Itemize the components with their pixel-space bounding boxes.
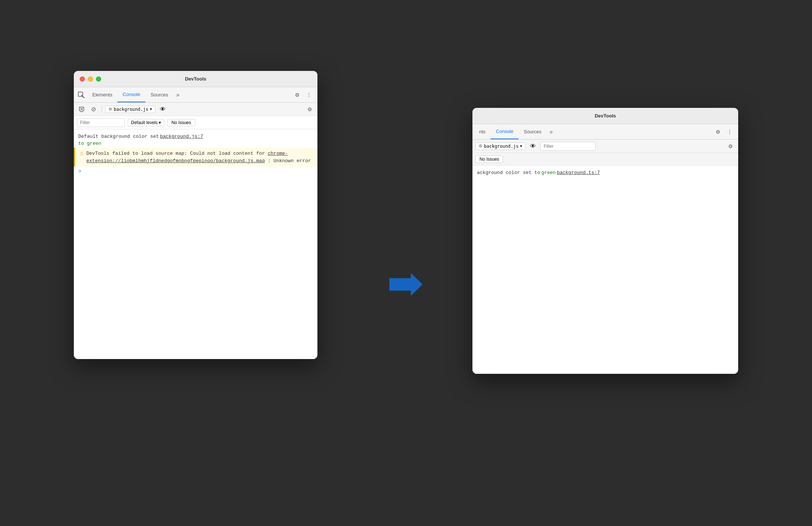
svg-marker-6	[389, 273, 423, 296]
right-filter-input[interactable]	[540, 142, 596, 151]
left-filter-bar: Default levels ▾ No Issues	[74, 116, 317, 129]
right-console-info-line: ackground color set to green background.…	[472, 168, 738, 177]
right-window-title: DevTools	[478, 113, 732, 119]
right-title-bar: DevTools	[472, 108, 738, 124]
right-background-ts-link[interactable]: background.ts:7	[557, 170, 600, 175]
tab-elements[interactable]: Elements	[87, 87, 117, 102]
blue-arrow	[389, 271, 423, 299]
separator-1	[102, 106, 102, 113]
right-three-dots-icon[interactable]: ⋮	[725, 127, 734, 137]
right-more-tabs-icon[interactable]: »	[547, 124, 556, 139]
right-console-toolbar: ⚙ background.js ▾ 👁 ⚙	[472, 140, 738, 153]
right-tab-console[interactable]: Console	[491, 124, 519, 139]
right-tab-elements[interactable]: nts	[474, 124, 491, 139]
close-button[interactable]	[80, 76, 85, 82]
console-info-line: Default background color set background.…	[74, 132, 317, 141]
toolbar-settings-icon[interactable]: ⚙	[305, 105, 314, 114]
right-tab-bar: nts Console Sources » ⚙ ⋮	[472, 124, 738, 140]
tab-sources[interactable]: Sources	[145, 87, 173, 102]
file-selector[interactable]: ⚙ background.js ▾	[105, 106, 155, 113]
block-icon[interactable]: ⊘	[89, 105, 98, 114]
right-no-issues-button[interactable]: No Issues	[475, 156, 503, 163]
clear-console-icon[interactable]	[77, 105, 86, 114]
left-tab-bar: Elements Console Sources » ⚙ ⋮	[74, 87, 317, 103]
right-filter-settings-icon[interactable]: ⚙	[726, 141, 735, 151]
right-settings-icon[interactable]: ⚙	[713, 127, 723, 137]
left-window-title: DevTools	[80, 76, 312, 82]
right-console-content: ackground color set to green background.…	[472, 165, 738, 374]
tab-console[interactable]: Console	[117, 87, 145, 102]
eye-icon[interactable]: 👁	[158, 106, 168, 113]
right-eye-icon[interactable]: 👁	[528, 143, 538, 150]
right-file-selector[interactable]: ⚙ background.js ▾	[475, 143, 526, 150]
inspect-icon[interactable]	[75, 87, 87, 102]
green-text-line: to green	[74, 141, 317, 148]
right-tab-sources[interactable]: Sources	[519, 124, 547, 139]
warning-triangle-icon: ⚠	[79, 150, 84, 156]
default-levels-button[interactable]: Default levels ▾	[128, 119, 164, 126]
right-devtools-window: DevTools nts Console Sources » ⚙ ⋮	[472, 108, 738, 374]
scene: DevTools Elements Console Sources	[55, 41, 757, 485]
maximize-button[interactable]	[96, 76, 101, 82]
window-controls	[80, 76, 101, 82]
settings-icon[interactable]: ⚙	[292, 90, 302, 100]
left-console-content: Default background color set background.…	[74, 129, 317, 359]
left-title-bar: DevTools	[74, 71, 317, 87]
right-info-line-text: ackground color set to green background.…	[477, 170, 600, 175]
right-green-text: green	[541, 170, 556, 175]
minimize-button[interactable]	[88, 76, 93, 82]
left-window-body: Elements Console Sources » ⚙ ⋮	[74, 87, 317, 359]
right-no-issues-bar: No Issues	[472, 153, 738, 165]
left-console-toolbar: ⊘ ⚙ background.js ▾ 👁 ⚙	[74, 103, 317, 116]
right-window-body: nts Console Sources » ⚙ ⋮ ⚙ background	[472, 124, 738, 374]
warning-line: ⚠ DevTools failed to load source map: Co…	[74, 148, 317, 167]
warning-text: DevTools failed to load source map: Coul…	[86, 150, 313, 164]
background-js-link[interactable]: background.js:7	[160, 134, 203, 139]
more-tabs-icon[interactable]: »	[173, 87, 183, 102]
three-dots-icon[interactable]: ⋮	[304, 90, 314, 100]
console-prompt[interactable]: >	[74, 167, 317, 175]
no-issues-button[interactable]: No Issues	[167, 119, 195, 126]
left-devtools-window: DevTools Elements Console Sources	[74, 71, 317, 359]
info-line-text: Default background color set background.…	[78, 134, 203, 139]
filter-input[interactable]	[77, 118, 125, 127]
